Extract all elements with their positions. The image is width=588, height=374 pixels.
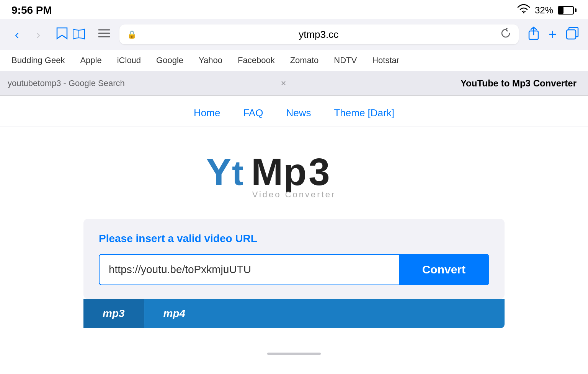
status-bar: 9:56 PM 32%	[0, 0, 588, 19]
svg-rect-6	[567, 30, 576, 39]
bookmarks-button[interactable]	[55, 26, 86, 43]
converter-form: Please insert a valid video URL Convert	[83, 219, 505, 299]
tab-close-button[interactable]: ✕	[281, 79, 286, 88]
website-content: Home FAQ News Theme [Dark] Y t M p 3	[0, 96, 588, 343]
logo-text-row: Y t M p 3	[206, 150, 382, 192]
convert-button[interactable]: Convert	[399, 255, 488, 285]
address-bar[interactable]: 🔒 ytmp3.cc	[119, 24, 519, 44]
bookmark-budding-geek[interactable]: Budding Geek	[11, 55, 65, 65]
site-nav: Home FAQ News Theme [Dark]	[0, 96, 588, 127]
browser-toolbar: ‹ › 🔒 ytmp3.cc	[0, 19, 588, 50]
tab-ytmp3-label: YouTube to Mp3 Converter	[461, 78, 577, 89]
lock-icon: 🔒	[127, 30, 137, 39]
bookmarks-bar: Budding Geek Apple iCloud Google Yahoo F…	[0, 50, 588, 71]
format-tab-mp3[interactable]: mp3	[83, 299, 144, 328]
battery-percent: 32%	[535, 5, 553, 16]
tab-bar: youtubetomp3 - Google Search ✕ YouTube t…	[0, 71, 588, 96]
url-input[interactable]	[100, 255, 399, 285]
tab-ytmp3[interactable]: YouTube to Mp3 Converter	[294, 71, 588, 95]
svg-text:M: M	[251, 150, 283, 192]
url-display: ytmp3.cc	[141, 29, 496, 41]
tabs-button[interactable]	[566, 27, 579, 42]
format-tab-mp4[interactable]: mp4	[144, 299, 205, 328]
bookmark-apple[interactable]: Apple	[80, 55, 101, 65]
svg-text:p: p	[283, 150, 307, 192]
wifi-icon	[517, 4, 530, 17]
scroll-indicator	[0, 341, 588, 366]
tab-google-search[interactable]: youtubetomp3 - Google Search ✕	[0, 71, 294, 95]
bookmark-hotstar[interactable]: Hotstar	[372, 55, 399, 65]
battery-icon	[558, 6, 577, 15]
toolbar-actions: +	[528, 26, 579, 43]
svg-text:3: 3	[309, 150, 330, 192]
url-input-row: Convert	[99, 254, 489, 285]
bookmark-zomato[interactable]: Zomato	[290, 55, 319, 65]
site-logo: Y t M p 3 Video Converter	[206, 150, 382, 200]
nav-faq[interactable]: FAQ	[243, 107, 263, 119]
status-icons: 32%	[517, 4, 577, 17]
menu-button[interactable]	[98, 28, 110, 41]
nav-news[interactable]: News	[286, 107, 311, 119]
share-button[interactable]	[528, 26, 539, 43]
bookmark-ndtv[interactable]: NDTV	[334, 55, 357, 65]
bookmark-facebook[interactable]: Facebook	[238, 55, 275, 65]
main-content: Y t M p 3 Video Converter Please insert …	[0, 127, 588, 343]
back-button[interactable]: ‹	[9, 28, 24, 42]
status-time: 9:56 PM	[11, 4, 52, 16]
logo-subtitle: Video Converter	[252, 190, 336, 200]
home-indicator	[267, 353, 321, 355]
svg-text:Y: Y	[206, 150, 232, 192]
tab-google-label: youtubetomp3 - Google Search	[8, 78, 277, 88]
nav-theme[interactable]: Theme [Dark]	[334, 107, 394, 119]
bookmark-google[interactable]: Google	[156, 55, 183, 65]
nav-home[interactable]: Home	[194, 107, 220, 119]
form-label: Please insert a valid video URL	[99, 233, 489, 245]
svg-text:t: t	[232, 154, 243, 192]
reload-button[interactable]	[500, 28, 511, 41]
bookmark-yahoo[interactable]: Yahoo	[199, 55, 222, 65]
bookmark-icloud[interactable]: iCloud	[117, 55, 141, 65]
format-tabs: mp3 mp4	[83, 299, 505, 328]
forward-button[interactable]: ›	[31, 28, 46, 42]
new-tab-button[interactable]: +	[549, 26, 557, 42]
